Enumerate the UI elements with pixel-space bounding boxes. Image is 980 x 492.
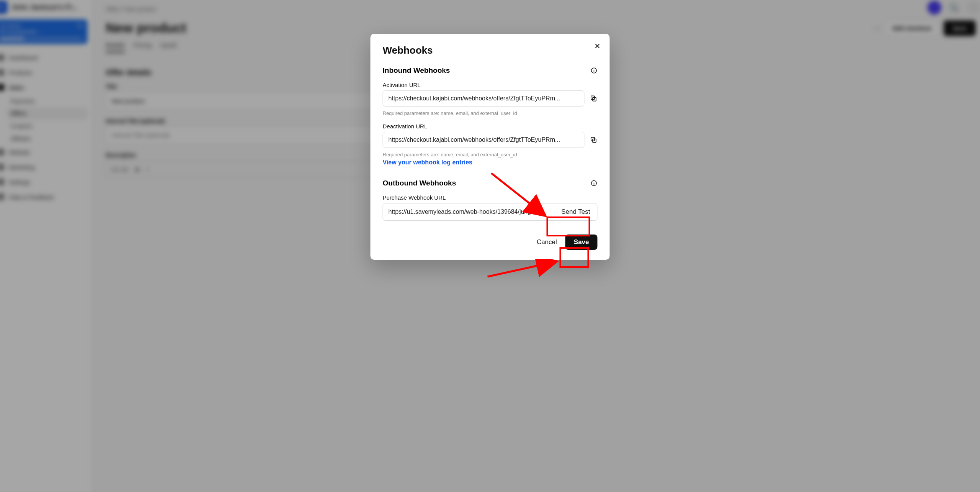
modal-footer: Cancel Save: [383, 235, 598, 250]
view-log-link[interactable]: View your webhook log entries: [383, 159, 472, 166]
activation-hint: Required parameters are: name, email, an…: [383, 110, 598, 116]
inbound-title-text: Inbound Webhooks: [383, 66, 450, 75]
cancel-button[interactable]: Cancel: [537, 238, 557, 246]
copy-icon[interactable]: [590, 136, 598, 144]
close-icon: [594, 42, 601, 50]
info-icon[interactable]: [591, 67, 598, 74]
deactivation-url-label: Deactivation URL: [383, 123, 598, 130]
modal-title: Webhooks: [383, 44, 598, 56]
activation-url-field[interactable]: https://checkout.kajabi.com/webhooks/off…: [383, 90, 585, 107]
send-test-button[interactable]: Send Test: [554, 203, 597, 220]
deactivation-url-field[interactable]: https://checkout.kajabi.com/webhooks/off…: [383, 132, 585, 148]
purchase-url-label: Purchase Webhook URL: [383, 194, 598, 201]
copy-icon[interactable]: [590, 95, 598, 102]
save-button[interactable]: Save: [565, 235, 598, 250]
webhooks-modal: Webhooks Inbound Webhooks Activation URL…: [371, 34, 610, 260]
outbound-section-title: Outbound Webhooks: [383, 179, 598, 187]
deactivation-hint: Required parameters are: name, email, an…: [383, 152, 598, 157]
outbound-title-text: Outbound Webhooks: [383, 179, 456, 187]
info-icon[interactable]: [591, 180, 598, 187]
inbound-section-title: Inbound Webhooks: [383, 66, 598, 75]
close-button[interactable]: [594, 42, 601, 51]
activation-url-label: Activation URL: [383, 82, 598, 88]
